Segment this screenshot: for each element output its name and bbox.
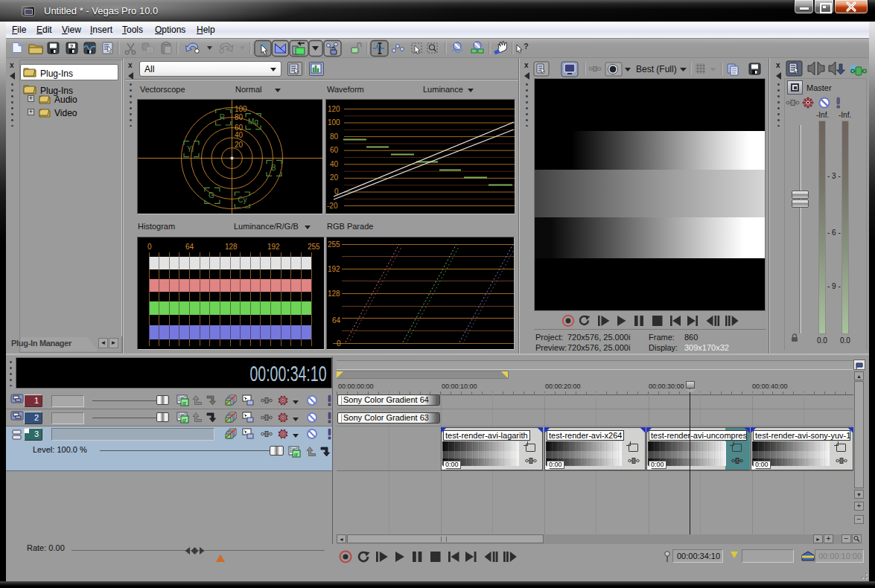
svg-text:120: 120 xyxy=(328,105,340,113)
svg-text:80: 80 xyxy=(330,132,339,141)
svg-text:128: 128 xyxy=(328,290,340,298)
svg-text:?: ? xyxy=(70,43,74,50)
svg-text:64: 64 xyxy=(185,243,194,251)
svg-text:Mg: Mg xyxy=(248,118,258,126)
svg-text:128: 128 xyxy=(225,243,238,251)
svg-text:60: 60 xyxy=(330,146,339,154)
svg-text:192: 192 xyxy=(328,265,340,273)
svg-text:64: 64 xyxy=(332,316,341,325)
svg-text:100: 100 xyxy=(235,105,247,113)
svg-text:B: B xyxy=(271,164,276,172)
svg-text:?: ? xyxy=(524,42,529,51)
svg-text:Yl: Yl xyxy=(187,145,194,153)
svg-text:40: 40 xyxy=(235,131,244,139)
svg-text:20: 20 xyxy=(235,141,244,149)
svg-text:20: 20 xyxy=(330,173,339,182)
svg-text:255: 255 xyxy=(328,240,340,249)
svg-text:Best (Full): Best (Full) xyxy=(636,64,677,74)
svg-text:-20: -20 xyxy=(327,202,338,210)
svg-text:G: G xyxy=(209,191,214,199)
svg-text:Cy: Cy xyxy=(238,196,246,204)
svg-text:255: 255 xyxy=(308,243,320,251)
svg-text:192: 192 xyxy=(267,243,280,251)
svg-text:100: 100 xyxy=(328,118,340,127)
svg-text:0: 0 xyxy=(337,339,341,348)
svg-text:0: 0 xyxy=(147,243,152,251)
svg-text:40: 40 xyxy=(330,160,339,168)
svg-text:80: 80 xyxy=(235,113,244,121)
svg-text:R: R xyxy=(220,113,225,121)
